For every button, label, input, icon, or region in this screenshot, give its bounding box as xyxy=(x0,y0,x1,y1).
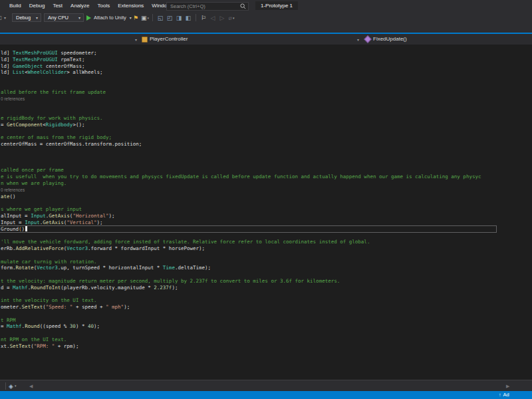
navigate-forward-icon[interactable]: ◰ xyxy=(166,14,174,22)
menu-bar: BuildDebugTestAnalyzeToolsExtensionsWind… xyxy=(0,0,532,11)
menu-extensions[interactable]: Extensions xyxy=(114,0,148,11)
code-line[interactable] xyxy=(0,330,532,336)
step-over-icon[interactable]: ◨ xyxy=(175,14,183,22)
code-line[interactable]: 'll move the vehicle fordward, adding fo… xyxy=(0,239,532,245)
chevron-down-icon: ▾ xyxy=(4,15,6,20)
code-line[interactable]: = Mathf.Round((speed % 30) * 40); xyxy=(0,323,532,330)
code-line[interactable]: t RPM xyxy=(0,317,532,324)
code-line[interactable]: called once per frame xyxy=(0,167,532,174)
toolbar-separator xyxy=(196,14,196,21)
bookmark-next-icon[interactable]: ▷ xyxy=(218,14,226,22)
frame-capture-icon[interactable]: ▣▾ xyxy=(141,14,149,22)
code-line[interactable]: xt.SetText("RPM: " + rpm); xyxy=(0,343,532,350)
code-line[interactable]: = GetComponent<Rigidbody>(); xyxy=(0,122,532,128)
navigate-backward-icon[interactable]: ◱ xyxy=(156,14,164,22)
code-line[interactable] xyxy=(0,291,532,297)
search-box[interactable]: Search (Ctrl+Q) xyxy=(166,2,249,11)
code-editor[interactable]: ld] TextMeshProUGUI speedometer;ld] Text… xyxy=(0,45,532,380)
visual-studio-window: BuildDebugTestAnalyzeToolsExtensionsWind… xyxy=(0,0,532,399)
menu-debug[interactable]: Debug xyxy=(25,0,49,11)
codelens-line[interactable]: 0 references xyxy=(0,96,532,102)
code-line[interactable]: Input = Input.GetAxis("Vertical"); xyxy=(0,219,532,226)
code-line[interactable] xyxy=(0,252,532,259)
bookmark-clear-icon[interactable]: ⌀▾ xyxy=(227,14,235,22)
member-dropdown-chevron-icon[interactable]: ▾ xyxy=(357,37,359,42)
divider xyxy=(5,382,6,390)
toolbar-separator xyxy=(152,14,153,21)
code-line[interactable] xyxy=(0,76,532,82)
code-line[interactable]: mulate car turnig with rotation. xyxy=(0,259,532,265)
search-placeholder: Search (Ctrl+Q) xyxy=(167,3,240,9)
scroll-left-icon[interactable]: ◀ xyxy=(29,383,33,389)
code-line[interactable] xyxy=(0,200,532,206)
add-to-source-control-button[interactable]: ↑Ad xyxy=(499,391,532,399)
navigation-bar: ▾ PlayerController ▾ FixedUpdate() xyxy=(0,34,532,45)
code-line[interactable] xyxy=(0,108,532,115)
code-line[interactable]: int the velocity on the UI text. xyxy=(0,297,532,304)
chevron-down-icon: ▾ xyxy=(33,15,41,20)
code-line[interactable]: ld] TextMeshProUGUI rpmText; xyxy=(0,57,532,63)
code-line[interactable]: nt RPM on the UI text. xyxy=(0,336,532,343)
code-line[interactable]: ate() xyxy=(0,194,532,200)
code-line[interactable] xyxy=(0,82,532,89)
navigate-back-icon[interactable]: ◧▾ xyxy=(0,15,6,21)
solution-title: 1-Prototype 1 xyxy=(255,1,298,10)
menu-build[interactable]: Build xyxy=(5,0,25,11)
class-dropdown[interactable]: PlayerController xyxy=(150,34,188,45)
code-line[interactable] xyxy=(0,102,532,108)
search-icon xyxy=(240,3,246,9)
code-line[interactable] xyxy=(0,311,532,317)
split-view-icon[interactable]: ◈▾ xyxy=(9,382,16,390)
code-line[interactable]: e center of mass from the rigid body; xyxy=(0,134,532,141)
platform-dropdown[interactable]: Any CPU ▾ xyxy=(44,13,84,22)
text-cursor xyxy=(25,226,27,231)
chevron-down-icon: ▾ xyxy=(233,16,235,20)
class-icon xyxy=(142,37,148,43)
play-icon xyxy=(86,15,91,21)
menu-test[interactable]: Test xyxy=(49,0,66,11)
member-dropdown[interactable]: FixedUpdate() xyxy=(373,34,407,45)
code-line[interactable]: s where we get player input xyxy=(0,206,532,213)
code-line[interactable]: e is usefull when you try to do movement… xyxy=(0,174,532,180)
step-into-icon[interactable]: ◧ xyxy=(184,14,192,22)
code-line[interactable]: ometer.SetText("Speed: " + speed + " mph… xyxy=(0,304,532,311)
code-line[interactable]: alInput = Input.GetAxis("Horizontal"); xyxy=(0,213,532,219)
code-line[interactable]: d = Mathf.RoundToInt(playerRb.velocity.m… xyxy=(0,285,532,291)
code-line[interactable] xyxy=(0,271,532,278)
code-line[interactable] xyxy=(0,232,532,239)
toolbar: ◧▾ Debug ▾ Any CPU ▾ Attach to Unity ▾ ⚑… xyxy=(0,11,532,25)
up-arrow-icon: ↑ xyxy=(499,392,501,397)
chevron-down-icon: ▾ xyxy=(76,15,83,20)
code-line[interactable]: n when we are playing. xyxy=(0,180,532,187)
menu-items: BuildDebugTestAnalyzeToolsExtensionsWind… xyxy=(5,0,194,11)
configuration-dropdown[interactable]: Debug ▾ xyxy=(12,13,41,22)
code-line[interactable]: form.Rotate(Vector3.up, turnSpeed * hori… xyxy=(0,265,532,271)
menu-analyze[interactable]: Analyze xyxy=(66,0,93,11)
method-icon xyxy=(364,35,371,43)
code-line[interactable]: ld] GameObject centerOfMass; xyxy=(0,63,532,70)
toolbar-icons: ⚑▣▾◱◰◨◧⚐◁▷⌀▾ xyxy=(131,13,236,22)
chevron-down-icon: ▾ xyxy=(148,16,150,20)
chevron-down-icon: ▾ xyxy=(15,384,17,388)
code-line[interactable]: e rigidBody for work with physics. xyxy=(0,115,532,122)
code-line[interactable] xyxy=(0,128,532,135)
code-line[interactable]: erRb.AddRelativeForce(Vector3.forward * … xyxy=(0,245,532,252)
code-line[interactable]: Ground() xyxy=(0,226,496,233)
project-dropdown-chevron-icon[interactable]: ▾ xyxy=(135,37,137,42)
code-line[interactable]: ld] List<WheelCollider> allWheels; xyxy=(0,69,532,76)
code-line[interactable] xyxy=(0,148,532,154)
code-line[interactable] xyxy=(0,161,532,168)
menu-tools[interactable]: Tools xyxy=(94,0,114,11)
code-line[interactable]: centerOfMass = centerOfMass.transform.po… xyxy=(0,141,532,148)
bookmark-prev-icon[interactable]: ◁ xyxy=(209,14,217,22)
code-line[interactable]: t the velocity: magnitude return meter p… xyxy=(0,278,532,285)
scroll-right-icon[interactable]: ▶ xyxy=(506,383,509,389)
code-line[interactable] xyxy=(0,154,532,161)
unity-pin-icon[interactable]: ⚑ xyxy=(132,14,140,22)
attach-to-unity-button[interactable]: Attach to Unity ▾ xyxy=(86,13,132,22)
horizontal-scrollbar[interactable]: ◈▾ ◀ ▶ xyxy=(0,380,532,392)
codelens-line[interactable]: 0 references xyxy=(0,187,532,194)
code-line[interactable]: ld] TextMeshProUGUI speedometer; xyxy=(0,50,532,57)
bookmark-icon[interactable]: ⚐ xyxy=(200,14,207,22)
code-line[interactable]: alled before the first frame update xyxy=(0,89,532,96)
